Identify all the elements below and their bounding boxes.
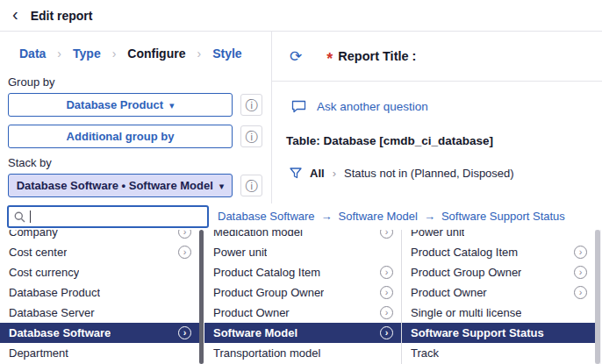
info-icon: ⓘ — [246, 131, 258, 143]
additional-group-by-info-button[interactable]: ⓘ — [240, 125, 262, 147]
list-item[interactable]: Transportation model — [204, 343, 401, 363]
edit-report-window: ‹ Edit report Data › Type › Configure › … — [0, 0, 602, 364]
breadcrumb-item[interactable]: Database Software — [218, 210, 315, 223]
filter-breadcrumb[interactable]: All › Status not in (Planned, Disposed) — [290, 167, 602, 180]
expand-icon[interactable]: › — [380, 286, 393, 299]
arrow-right-icon: → — [321, 210, 333, 223]
list-item[interactable]: Track — [402, 343, 595, 363]
chat-icon — [291, 100, 306, 113]
expand-icon[interactable]: › — [178, 326, 191, 339]
list-item[interactable]: Medication model › — [204, 230, 401, 242]
group-by-dropdown[interactable]: Database Product ▾ — [8, 93, 233, 117]
list-item[interactable]: Product Owner › — [402, 282, 595, 303]
list-item-selected[interactable]: Software Model › — [204, 323, 401, 343]
filter-condition[interactable]: Status not in (Planned, Disposed) — [344, 167, 514, 180]
expand-icon[interactable]: › — [574, 266, 587, 279]
report-preview-panel: ⟳ * Report Title : Ask another question … — [272, 32, 602, 203]
list-item[interactable]: Cost center › — [0, 242, 199, 262]
breadcrumb-item[interactable]: Software Model — [339, 210, 418, 223]
chevron-right-icon: › — [197, 46, 201, 61]
expand-icon[interactable]: › — [574, 286, 587, 299]
scrollbar-thumb[interactable] — [199, 230, 204, 364]
scrollbar-thumb[interactable] — [595, 230, 600, 364]
caret-down-icon: ▾ — [219, 180, 225, 192]
header: ‹ Edit report — [0, 0, 602, 32]
additional-group-by-label: Additional group by — [67, 130, 175, 143]
list-item[interactable]: Product Catalog Item › — [402, 242, 595, 262]
expand-icon[interactable]: › — [380, 326, 393, 339]
config-panel: Data › Type › Configure › Style Group by… — [0, 32, 272, 203]
tab-data[interactable]: Data — [19, 46, 46, 61]
list-item[interactable]: Product Catalog Item › — [204, 262, 401, 282]
group-by-value: Database Product — [66, 98, 163, 111]
tab-configure[interactable]: Configure — [127, 46, 185, 61]
expand-icon[interactable]: › — [178, 246, 191, 259]
stack-by-info-button[interactable]: ⓘ — [240, 175, 262, 196]
refresh-icon[interactable]: ⟳ — [290, 47, 302, 66]
picker-column-3: Power unit Product Catalog Item › Produc… — [401, 230, 595, 364]
info-icon: ⓘ — [246, 99, 258, 111]
back-icon[interactable]: ‹ — [12, 5, 18, 25]
list-item[interactable]: Product Group Owner › — [204, 282, 401, 303]
chevron-right-icon: › — [57, 46, 61, 61]
table-info: Table: Database [cmdb_ci_database] — [286, 134, 602, 147]
expand-icon[interactable]: › — [380, 230, 393, 239]
text-cursor — [30, 211, 31, 223]
page-title: Edit report — [31, 9, 93, 23]
list-item[interactable]: Single or multi license — [402, 303, 595, 323]
list-item[interactable]: Product Group Owner › — [402, 262, 595, 282]
list-item[interactable]: Cost currency — [0, 262, 199, 282]
filter-scope[interactable]: All — [310, 167, 325, 180]
expand-icon[interactable]: › — [380, 266, 393, 279]
list-item[interactable]: Power unit — [402, 230, 595, 242]
filter-icon — [290, 168, 302, 179]
tab-type[interactable]: Type — [73, 46, 101, 61]
picker-column-2: Medication model › Power unit Product Ca… — [204, 230, 401, 364]
field-picker-dropdown: Database Software → Software Model → Sof… — [0, 203, 602, 364]
picker-scrollbar — [595, 230, 601, 364]
selection-breadcrumb: Database Software → Software Model → Sof… — [218, 210, 565, 223]
stack-by-label: Stack by — [8, 156, 271, 169]
stack-by-value: Database Software • Software Model — [17, 179, 213, 192]
info-icon: ⓘ — [246, 180, 258, 192]
list-item[interactable]: Database Product — [0, 282, 199, 303]
search-icon — [14, 211, 25, 223]
list-item[interactable]: Database Server — [0, 303, 199, 323]
search-box — [7, 205, 209, 228]
list-item-selected[interactable]: Database Software › — [0, 323, 199, 343]
list-item[interactable]: Product Owner › — [204, 303, 401, 323]
ask-another-question-link[interactable]: Ask another question — [317, 100, 428, 113]
chevron-right-icon: › — [333, 167, 336, 180]
report-title-label: Report Title : — [338, 49, 416, 63]
list-item[interactable]: Company › — [0, 230, 199, 242]
arrow-right-icon: → — [424, 210, 435, 223]
stack-by-dropdown[interactable]: Database Software • Software Model ▾ — [8, 174, 233, 197]
chevron-right-icon: › — [112, 46, 117, 61]
search-input[interactable] — [35, 211, 202, 224]
wizard-steps: Data › Type › Configure › Style — [0, 32, 271, 72]
list-item[interactable]: Power unit — [204, 242, 401, 262]
picker-column-1: Company › Cost center › Cost currency Da… — [0, 230, 199, 364]
list-item-selected[interactable]: Software Support Status — [402, 323, 595, 343]
additional-group-by-button[interactable]: Additional group by — [8, 125, 233, 148]
expand-icon[interactable]: › — [380, 306, 393, 319]
caret-down-icon: ▾ — [169, 99, 175, 111]
list-item[interactable]: Department — [0, 343, 199, 363]
expand-icon[interactable]: › — [574, 246, 587, 259]
group-by-info-button[interactable]: ⓘ — [240, 94, 262, 116]
expand-icon[interactable]: › — [178, 230, 191, 239]
tab-style[interactable]: Style — [212, 46, 241, 61]
breadcrumb-item[interactable]: Software Support Status — [441, 210, 565, 223]
group-by-label: Group by — [8, 75, 271, 89]
